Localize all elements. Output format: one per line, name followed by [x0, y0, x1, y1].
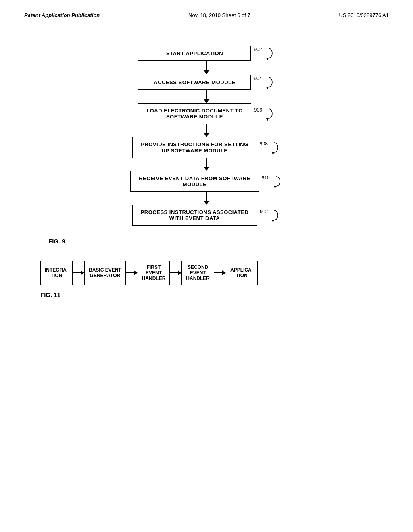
arrow-connector-1: [204, 90, 209, 103]
page: Patent Application Publication Nov. 18, …: [0, 0, 413, 532]
block-arrow-1: [126, 270, 138, 275]
flowchart-step-904: ACCESS SOFTWARE MODULE904: [138, 74, 275, 90]
flowchart-box-902: START APPLICATION: [138, 46, 251, 61]
flowchart-step-906: LOAD ELECTRONIC DOCUMENT TO SOFTWARE MOD…: [138, 103, 275, 124]
block-b1: INTEGRA- TION: [40, 261, 73, 285]
flowchart-step-912: PROCESS INSTRUCTIONS ASSOCIATED WITH EVE…: [132, 205, 281, 226]
arrow-connector-0: [204, 61, 209, 74]
step-num-908: 908: [260, 141, 268, 147]
fig11-label: FIG. 11: [40, 291, 389, 298]
flowchart-step-902: START APPLICATION902: [138, 45, 275, 61]
block-arrow-3: [214, 270, 226, 275]
block-arrow-0: [73, 270, 84, 275]
header-patent-number: US 2010/0289776 A1: [339, 12, 389, 18]
svg-marker-5: [272, 220, 274, 222]
fig11-container: INTEGRA- TIONBASIC EVENT GENERATORFIRST …: [40, 261, 389, 298]
fig11-block-diagram: INTEGRA- TIONBASIC EVENT GENERATORFIRST …: [40, 261, 389, 285]
flowchart-box-904: ACCESS SOFTWARE MODULE: [138, 75, 251, 90]
arrow-connector-2: [204, 124, 209, 137]
step-num-902: 902: [254, 47, 262, 52]
step-ref-910: [270, 175, 283, 189]
step-num-910: 910: [262, 175, 270, 181]
step-ref-906: [262, 107, 275, 122]
arrow-connector-3: [204, 158, 209, 171]
step-num-912: 912: [260, 209, 268, 214]
arrow-connector-4: [204, 192, 209, 205]
block-arrow-2: [170, 270, 181, 275]
block-b2: BASIC EVENT GENERATOR: [84, 261, 126, 285]
header-date-sheet: Nov. 18, 2010 Sheet 6 of 7: [188, 12, 250, 18]
step-ref-902: [262, 47, 275, 61]
step-ref-904: [262, 76, 275, 90]
flowchart-box-908: PROVIDE INSTRUCTIONS FOR SETTING UP SOFT…: [132, 137, 257, 158]
svg-marker-2: [266, 118, 269, 121]
fig9-container: START APPLICATION902ACCESS SOFTWARE MODU…: [24, 45, 389, 226]
block-b3: FIRST EVENT HANDLER: [138, 261, 170, 285]
step-ref-908: [268, 141, 281, 156]
block-b5: APPLICA- TION: [226, 261, 258, 285]
flowchart-box-912: PROCESS INSTRUCTIONS ASSOCIATED WITH EVE…: [132, 205, 257, 226]
flowchart-box-910: RECEIVE EVENT DATA FROM SOFTWARE MODULE: [130, 171, 259, 192]
flowchart-step-910: RECEIVE EVENT DATA FROM SOFTWARE MODULE9…: [130, 171, 283, 192]
svg-marker-0: [266, 58, 269, 60]
svg-marker-4: [274, 186, 276, 189]
block-b4: SECOND EVENT HANDLER: [181, 261, 214, 285]
step-num-906: 906: [254, 107, 262, 113]
svg-marker-1: [266, 87, 269, 89]
page-header: Patent Application Publication Nov. 18, …: [24, 12, 389, 21]
header-publication-label: Patent Application Publication: [24, 12, 100, 18]
flowchart-box-906: LOAD ELECTRONIC DOCUMENT TO SOFTWARE MOD…: [138, 103, 251, 124]
step-num-904: 904: [254, 76, 262, 81]
fig9-flowchart: START APPLICATION902ACCESS SOFTWARE MODU…: [130, 45, 283, 226]
svg-marker-3: [272, 152, 274, 155]
fig9-label: FIG. 9: [48, 238, 389, 245]
step-ref-912: [268, 209, 281, 223]
flowchart-step-908: PROVIDE INSTRUCTIONS FOR SETTING UP SOFT…: [132, 137, 281, 158]
